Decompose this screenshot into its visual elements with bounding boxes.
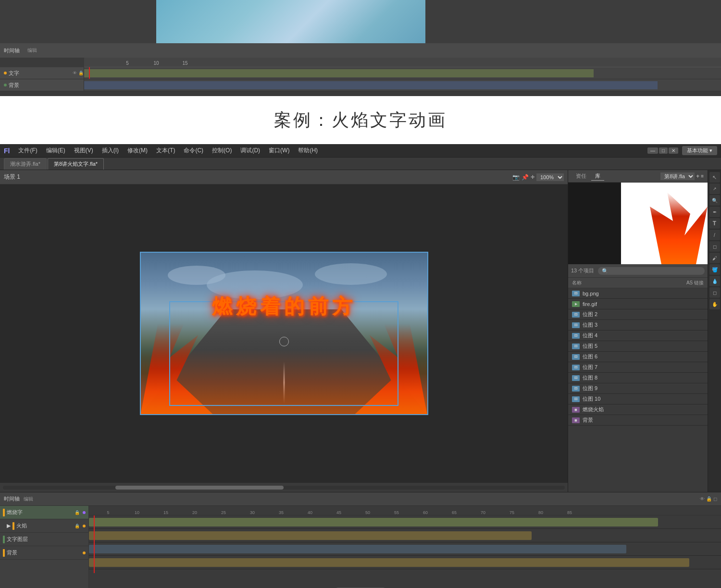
list-item-6[interactable]: 🖼 位图 6 [568,352,708,362]
line-tool[interactable]: / [709,230,720,240]
fill-tool[interactable]: 🪣 [709,264,720,275]
hand-tool[interactable]: ✋ [709,299,720,309]
list-item-8[interactable]: 🖼 位图 8 [568,373,708,383]
panel-tab-1[interactable]: 库 [591,172,604,181]
menu-control[interactable]: 控制(O) [208,146,236,156]
list-item-4[interactable]: 🖼 位图 4 [568,331,708,341]
ruler-mark-10: 10 [142,61,171,66]
eye-icon[interactable]: 👁 [73,71,77,75]
list-item-0[interactable]: 🖼 bg.png [568,288,708,299]
track-mark-20: 20 [180,510,209,515]
outline-col-header: ◻ [713,496,717,502]
item-icon-9: 🖼 [572,386,580,392]
layer-item-2[interactable]: 文字图层 [0,533,88,546]
track-row-0 [89,515,721,529]
top-timeline: 时间轴 编辑 5 10 15 文字 👁 🔒 [0,43,721,96]
menu-command[interactable]: 命令(C) [180,146,207,156]
track-mark-30: 30 [238,510,267,515]
zoom-select[interactable]: 100% 50% 200% [536,173,564,181]
track-bar-1[interactable] [89,531,532,540]
fire-text: 燃烧着的前方 [212,293,356,320]
item-icon-0: 🖼 [572,291,580,296]
panel-options-icon[interactable]: ≡ [701,173,704,179]
tab-1[interactable]: 第8讲火焰文字.fla* [48,158,104,170]
h-scroll-thumb[interactable] [115,486,284,490]
timeline-controls: 👁 🔒 ◻ [700,496,717,502]
menu-insert[interactable]: 插入(I) [98,146,123,156]
project-selector[interactable]: 第8讲.fla [660,172,695,180]
eraser-tool[interactable]: ◻ [709,287,720,298]
menu-text[interactable]: 文本(T) [152,146,179,156]
brush-tool[interactable]: 🖌 [709,253,720,263]
track-mark-55: 55 [382,510,411,515]
list-item-9[interactable]: 🖼 位图 9 [568,383,708,394]
eyedrop-tool[interactable]: 💧 [709,276,720,286]
track-bar-2[interactable] [89,545,626,553]
layer-duration-0 [84,69,594,77]
track-bar-3[interactable] [89,558,689,567]
list-item-5[interactable]: 🖼 位图 5 [568,341,708,352]
top-layer-label-1: 背景 [0,79,84,91]
subselect-tool[interactable]: ↗ [709,184,720,194]
track-mark-25: 25 [209,510,238,515]
track-mark-70: 70 [469,510,497,515]
pen-tool[interactable]: ✒ [709,207,720,217]
zoom-tool[interactable]: 🔍 [709,195,720,206]
maximize-btn[interactable]: □ [659,147,668,154]
track-mark-65: 65 [440,510,469,515]
top-layer-bar-0 [84,67,721,79]
list-item-1[interactable]: ▶ fire.gif [568,299,708,309]
list-item-3[interactable]: 🖼 位图 3 [568,320,708,331]
lock-icon[interactable]: 🔒 [78,71,84,75]
menu-modify[interactable]: 修改(M) [124,146,151,156]
layer-item-1[interactable]: ▶ 火焰 🔒 [0,519,88,533]
layer-name-3: 背景 [7,549,17,556]
list-item-10[interactable]: 🖼 位图 10 [568,394,708,404]
col-name-header: 名称 [572,280,582,286]
layer-lock-0[interactable]: 🔒 [75,510,80,515]
layer-color-3 [3,549,5,557]
layer-expand-1[interactable]: ▶ [7,523,11,529]
track-bar-0[interactable] [89,518,658,527]
add-item-icon[interactable]: + [696,173,699,180]
track-mark-75: 75 [497,510,526,515]
h-scrollbar[interactable] [3,486,565,490]
list-item-2[interactable]: 🖼 位图 2 [568,309,708,320]
canvas-area[interactable]: 燃烧着的前方 [140,252,428,415]
top-strip: 时间轴 编辑 5 10 15 文字 👁 🔒 [0,0,721,96]
list-item-11[interactable]: ◼ 燃烧火焰 [568,404,708,415]
snap-icon: 📌 [522,174,529,181]
list-item-12[interactable]: ◼ 背景 [568,415,708,426]
search-input[interactable] [598,267,705,275]
layer-lock-1[interactable]: 🔒 [75,524,80,528]
menu-file[interactable]: 文件(F) [14,146,41,156]
layer-name-2: 文字图层 [7,536,28,543]
item-name-12: 背景 [583,416,593,424]
layer-item-0[interactable]: 燃烧字 🔒 [0,506,88,519]
layer-color-dot-0 [4,72,7,74]
track-mark-5: 5 [94,510,123,515]
track-mark-15: 15 [151,510,180,515]
camera-icon: 📷 [512,174,520,181]
minimize-btn[interactable]: — [647,147,658,154]
panel-tab-0[interactable]: 资任 [572,172,590,181]
tab-0[interactable]: 潮水游弄.fla* [4,158,47,170]
item-name-9: 位图 9 [583,385,597,392]
workspace-button[interactable]: 基本功能 ▾ [682,146,717,155]
comp-view-bottom-bar [0,482,568,492]
select-tool[interactable]: ↖ [709,172,720,183]
timeline-edit-label: 编辑 [24,496,33,502]
item-name-7: 位图 7 [583,364,597,371]
layer-item-3[interactable]: 背景 [0,546,88,560]
menu-help[interactable]: 帮助(H) [294,146,322,156]
close-btn[interactable]: ✕ [669,147,678,154]
top-layer-label-0: 文字 👁 🔒 [0,67,84,79]
menu-edit[interactable]: 编辑(E) [42,146,69,156]
list-item-7[interactable]: 🖼 位图 7 [568,362,708,373]
menu-window[interactable]: 窗口(W) [265,146,293,156]
menu-debug[interactable]: 调试(D) [236,146,264,156]
text-tool[interactable]: T [709,218,720,229]
track-mark-85: 85 [555,510,584,515]
menu-view[interactable]: 视图(V) [70,146,97,156]
rect-tool[interactable]: ◻ [709,241,720,252]
